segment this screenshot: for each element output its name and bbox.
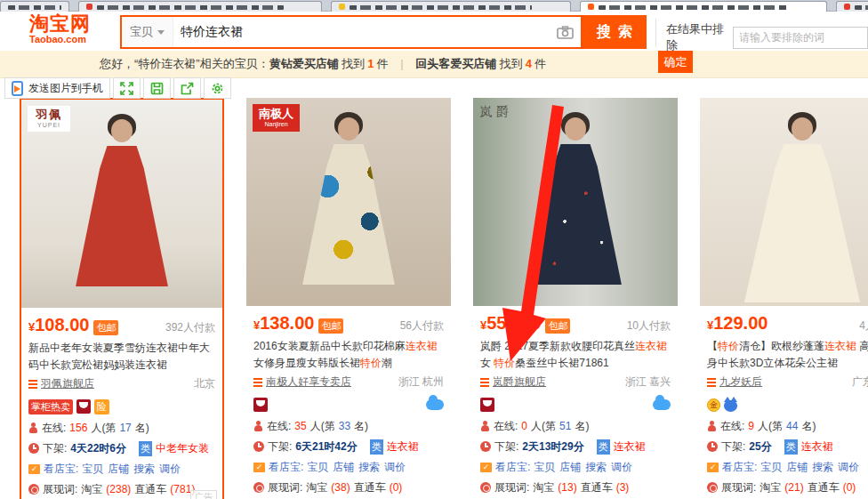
impression-taobao-count: (13)	[558, 481, 576, 494]
kandianbao-link[interactable]: 店铺	[559, 461, 581, 473]
exclude-input[interactable]	[733, 27, 868, 49]
category-badge: 类	[139, 441, 152, 456]
product-card[interactable]: 羽佩 YUPEI ¥ 108.00 包邮 392人付款 新品中老年女装夏季雪纺连…	[20, 98, 224, 499]
product-title[interactable]: 岚爵 2017夏季新款收腰印花真丝连衣裙女 特价桑蚕丝中长裙71861	[473, 334, 678, 372]
online-rank: 17	[119, 422, 131, 434]
shop-link[interactable]: 南极人好享专卖店	[266, 374, 351, 390]
exclude-filter: 在结果中排除	[666, 21, 868, 53]
kandianbao-link[interactable]: 宝贝	[307, 461, 328, 473]
confirm-button[interactable]: 确定	[658, 51, 693, 73]
product-photo[interactable]: 南极人 Nanjiren	[246, 98, 451, 306]
kandianbao-link[interactable]: 宝贝	[760, 461, 782, 473]
save-button[interactable]	[143, 77, 171, 99]
browser-tab[interactable]	[580, 1, 827, 12]
browser-tab[interactable]	[0, 1, 69, 12]
brand-name: 羽佩	[36, 109, 62, 122]
impression-taobao: 淘宝	[81, 482, 102, 497]
price-value: 559.00	[486, 313, 541, 334]
offshelf-label: 下架:	[721, 439, 745, 455]
product-photo[interactable]: 岚爵	[473, 98, 678, 306]
impression-ztc: 直通车	[808, 480, 840, 495]
chevron-down-icon	[157, 30, 165, 35]
tab-title-smudge	[8, 5, 61, 10]
browser-tab[interactable]	[78, 1, 322, 12]
impression-taobao-count: (38)	[331, 481, 350, 494]
tab-title-smudge	[350, 5, 532, 10]
notice-shop-1: 黄钻爱买店铺	[269, 57, 339, 70]
product-title[interactable]: 新品中老年女装夏季雪纺连衣裙中年大码中长款宽松裙妈妈装连衣裙	[21, 335, 222, 374]
search-category-dropdown[interactable]: 宝贝	[122, 17, 173, 47]
product-photo[interactable]	[700, 98, 868, 306]
kandianbao-link[interactable]: 搜索	[812, 461, 833, 473]
kandianbao-links: 宝贝店铺搜索调价	[307, 460, 410, 475]
category-link[interactable]: 中老年女装	[156, 441, 209, 456]
seller-icon	[28, 380, 37, 389]
kandianbao-link[interactable]: 调价	[611, 461, 632, 473]
kandianbao-link[interactable]: 调价	[384, 461, 406, 473]
kandianbao-link[interactable]: 店铺	[786, 461, 808, 473]
gold-seller-badge: 金	[707, 398, 720, 412]
category-link[interactable]: 连衣裙	[387, 439, 419, 455]
target-icon	[480, 482, 491, 493]
browser-tab[interactable]	[836, 1, 868, 12]
product-title[interactable]: 【特价清仓】欧根纱蓬蓬连衣裙 高腰修身中长款3D立体花朵公主裙	[700, 334, 868, 372]
product-card[interactable]: 岚爵 ¥ 559.00 包邮 10人付款 岚爵 2017夏季新款收腰印花真丝连衣…	[473, 98, 678, 499]
offshelf-time: 2天13时29分	[522, 439, 583, 455]
product-photo[interactable]: 羽佩 YUPEI	[21, 100, 222, 308]
send-to-phone-button[interactable]: 发送图片到手机	[4, 77, 110, 99]
brand-subname: Nanjiren	[259, 121, 293, 128]
fullscreen-icon	[120, 82, 133, 95]
browser-tab[interactable]	[331, 1, 571, 12]
product-grid: 羽佩 YUPEI ¥ 108.00 包邮 392人付款 新品中老年女装夏季雪纺连…	[20, 98, 868, 499]
product-card[interactable]: ¥ 129.00 4人付款 【特价清仓】欧根纱蓬蓬连衣裙 高腰修身中长款3D立体…	[700, 98, 868, 499]
logo-en: Taobao.com	[29, 34, 91, 44]
shop-link[interactable]: 九岁妖后	[719, 374, 762, 390]
product-title[interactable]: 2016女装夏新品中长款印花棉麻连衣裙女修身显瘦女韩版长裙特价潮	[246, 334, 451, 372]
online-label: 在线:	[720, 419, 744, 434]
shop-location: 北京	[194, 376, 215, 391]
cloud-icon	[426, 399, 444, 410]
tab-title-smudge	[855, 5, 868, 10]
shop-link[interactable]: 羽佩旗舰店	[41, 376, 94, 391]
kandianbao-link[interactable]: 搜索	[133, 463, 155, 475]
online-stat: 在线:156人(第17名)	[21, 416, 222, 437]
offshelf-stat: 下架:6天21时42分 类 连衣裙	[246, 435, 451, 455]
price-row: ¥ 108.00 包邮 392人付款	[21, 308, 222, 335]
kandianbao-link[interactable]: 搜索	[585, 461, 607, 473]
tmall-icon	[480, 398, 494, 412]
product-card[interactable]: 南极人 Nanjiren ¥ 138.00 包邮 56人付款 2016女装夏新品…	[246, 98, 451, 499]
kandianbao-link[interactable]: 宝贝	[82, 463, 103, 475]
kandianbao-link[interactable]: 店铺	[333, 461, 354, 473]
search-button[interactable]: 搜索	[583, 15, 647, 49]
kandianbao-label: 看店宝:	[269, 460, 303, 475]
category-link[interactable]: 连衣裙	[614, 439, 646, 455]
kandianbao-link[interactable]: 调价	[159, 463, 181, 475]
settings-button[interactable]	[204, 77, 231, 99]
price-row: ¥ 138.00 包邮 56人付款	[246, 306, 451, 334]
shop-link[interactable]: 岚爵旗舰店	[493, 374, 546, 390]
seller-badge-row	[246, 390, 451, 414]
kandianbao-link[interactable]: 搜索	[358, 461, 380, 473]
kandianbao-label: 看店宝:	[722, 460, 757, 475]
offshelf-label: 下架:	[494, 439, 518, 455]
fullscreen-button[interactable]	[113, 77, 141, 99]
kandianbao-link[interactable]: 调价	[838, 461, 859, 473]
kandianbao-stat: ✓ 看店宝: 宝贝店铺搜索调价	[246, 455, 451, 476]
notice-bar: 您好，“特价连衣裙”相关的宝贝：黄钻爱买店铺 找到1件 | 回头客爱买店铺 找到…	[0, 51, 868, 78]
currency-symbol: ¥	[707, 318, 713, 332]
kandianbao-link[interactable]: 宝贝	[534, 461, 555, 473]
share-icon	[181, 82, 194, 95]
online-stat: 在线:35人(第33名)	[246, 414, 451, 435]
kandianbao-link[interactable]: 店铺	[108, 463, 129, 475]
exclude-label: 在结果中排除	[666, 21, 726, 53]
share-button[interactable]	[173, 77, 201, 99]
taobao-logo[interactable]: 淘宝网 Taobao.com	[29, 14, 91, 44]
dress-shape	[69, 146, 174, 286]
search-input[interactable]	[173, 17, 557, 47]
offshelf-time: 25分	[749, 439, 771, 455]
online-label: 在线:	[494, 419, 518, 434]
category-link[interactable]: 连衣裙	[801, 439, 833, 455]
camera-icon[interactable]	[557, 26, 574, 39]
impression-ztc: 直通车	[134, 482, 166, 497]
brand-name: 岚爵	[479, 104, 513, 118]
